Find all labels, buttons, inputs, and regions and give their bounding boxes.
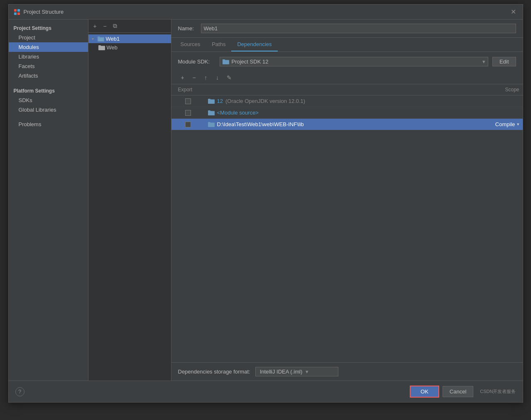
sidebar-item-artifacts[interactable]: Artifacts bbox=[9, 71, 88, 81]
storage-dropdown-arrow: ▾ bbox=[306, 369, 308, 375]
project-structure-dialog: Project Structure ✕ Project Settings Pro… bbox=[8, 4, 523, 403]
storage-value: IntelliJ IDEA (.iml) bbox=[260, 369, 303, 375]
sdk-row: Module SDK: Project SDK 12 ▾ Edit bbox=[171, 57, 523, 71]
sidebar-item-problems[interactable]: Problems bbox=[9, 120, 88, 129]
title-bar: Project Structure ✕ bbox=[9, 5, 523, 20]
dep-checkbox-module-source[interactable] bbox=[185, 110, 191, 116]
folder-icon-lib bbox=[208, 122, 215, 127]
sdk-dropdown-arrow: ▾ bbox=[482, 59, 485, 65]
dep-row-lib[interactable]: D:\Idea\Test\Web1\web\WEB-INF\lib Compil… bbox=[171, 119, 523, 130]
sidebar-item-libraries[interactable]: Libraries bbox=[9, 52, 88, 61]
tab-sources[interactable]: Sources bbox=[175, 38, 206, 51]
cancel-button[interactable]: Cancel bbox=[443, 386, 473, 397]
nav-add-button[interactable]: + bbox=[91, 22, 99, 30]
name-row: Name: bbox=[171, 20, 523, 38]
dep-header-scope: Scope bbox=[481, 86, 523, 93]
tree-item-web[interactable]: Web bbox=[88, 43, 171, 52]
dep-check-jdk bbox=[171, 98, 205, 104]
nav-panel: + − ⧉ ▾ Web1 Web bbox=[88, 20, 171, 381]
dep-name-module-source: <Module source> bbox=[205, 110, 481, 116]
dep-scope-lib: Compile ▾ bbox=[481, 121, 523, 127]
dialog-title: Project Structure bbox=[24, 9, 64, 15]
nav-remove-button[interactable]: − bbox=[101, 22, 109, 30]
right-panel: Name: Sources Paths Dependencies Mo bbox=[171, 20, 523, 381]
footer-left: ? bbox=[15, 387, 407, 396]
edit-sdk-button[interactable]: Edit bbox=[492, 57, 516, 66]
dep-check-lib bbox=[171, 122, 205, 127]
name-input[interactable] bbox=[201, 24, 516, 33]
project-settings-title: Project Settings bbox=[9, 23, 88, 33]
sidebar: Project Settings Project Modules Librari… bbox=[9, 20, 88, 381]
sidebar-item-project[interactable]: Project bbox=[9, 33, 88, 42]
sdk-select[interactable]: Project SDK 12 ▾ bbox=[220, 57, 489, 66]
dep-name-jdk: 12 (Oracle OpenJDK version 12.0.1) bbox=[205, 98, 481, 104]
main-content: Project Settings Project Modules Librari… bbox=[9, 20, 523, 381]
dep-up-button[interactable]: ↑ bbox=[201, 73, 210, 82]
tab-paths[interactable]: Paths bbox=[206, 38, 231, 51]
storage-label: Dependencies storage format: bbox=[178, 369, 250, 375]
dep-edit-button[interactable]: ✎ bbox=[225, 73, 234, 82]
folder-icon-module-source bbox=[208, 110, 215, 115]
sidebar-item-modules[interactable]: Modules bbox=[9, 42, 88, 52]
sdk-value: Project SDK 12 bbox=[232, 59, 269, 65]
tab-dependencies[interactable]: Dependencies bbox=[231, 38, 277, 51]
tree-arrow-web1: ▾ bbox=[92, 37, 96, 41]
dep-row-jdk[interactable]: 12 (Oracle OpenJDK version 12.0.1) bbox=[171, 95, 523, 107]
nav-tree: ▾ Web1 Web bbox=[88, 33, 171, 381]
watermark-text: CSDN开发者服务 bbox=[480, 388, 516, 395]
sidebar-divider-2 bbox=[9, 115, 88, 120]
app-icon bbox=[14, 9, 20, 15]
dep-checkbox-lib[interactable] bbox=[185, 122, 191, 127]
dep-remove-button[interactable]: − bbox=[190, 73, 199, 82]
dep-checkbox-jdk[interactable] bbox=[185, 98, 191, 104]
dep-scope-value: Compile bbox=[495, 121, 515, 127]
tree-label-web: Web bbox=[107, 44, 118, 51]
dep-add-button[interactable]: + bbox=[178, 73, 187, 82]
folder-icon-jdk bbox=[208, 98, 215, 104]
dep-jdk-desc: (Oracle OpenJDK version 12.0.1) bbox=[225, 98, 305, 104]
folder-icon-web bbox=[98, 45, 105, 50]
dep-name-lib: D:\Idea\Test\Web1\web\WEB-INF\lib bbox=[205, 121, 481, 127]
title-bar-left: Project Structure bbox=[14, 9, 64, 15]
svg-rect-1 bbox=[17, 9, 20, 12]
sidebar-item-sdks[interactable]: SDKs bbox=[9, 95, 88, 105]
storage-row: Dependencies storage format: IntelliJ ID… bbox=[171, 362, 523, 381]
dep-jdk-num: 12 bbox=[217, 98, 223, 104]
close-button[interactable]: ✕ bbox=[509, 8, 518, 16]
dep-down-button[interactable]: ↓ bbox=[213, 73, 222, 82]
footer: ? OK Cancel CSDN开发者服务 bbox=[9, 381, 523, 402]
sidebar-item-global-libraries[interactable]: Global Libraries bbox=[9, 105, 88, 115]
svg-rect-0 bbox=[14, 9, 17, 12]
dep-row-module-source[interactable]: <Module source> bbox=[171, 107, 523, 119]
ok-button[interactable]: OK bbox=[410, 386, 439, 398]
folder-icon-web1 bbox=[98, 36, 104, 42]
dep-table: Export Scope 12 bbox=[171, 84, 523, 362]
dep-header-export: Export bbox=[171, 86, 205, 93]
storage-select[interactable]: IntelliJ IDEA (.iml) ▾ bbox=[255, 367, 338, 376]
help-button[interactable]: ? bbox=[15, 387, 24, 396]
tabs: Sources Paths Dependencies bbox=[171, 38, 523, 52]
sidebar-item-facets[interactable]: Facets bbox=[9, 61, 88, 71]
dep-module-source-name: <Module source> bbox=[217, 110, 259, 116]
platform-settings-title: Platform Settings bbox=[9, 85, 88, 95]
nav-copy-button[interactable]: ⧉ bbox=[111, 22, 119, 30]
dependencies-panel: Module SDK: Project SDK 12 ▾ Edit bbox=[171, 52, 523, 381]
dep-scope-dropdown-arrow[interactable]: ▾ bbox=[517, 122, 519, 127]
name-label: Name: bbox=[178, 25, 197, 32]
sidebar-divider bbox=[9, 81, 88, 85]
dep-toolbar: + − ↑ ↓ ✎ bbox=[171, 71, 523, 84]
tree-label-web1: Web1 bbox=[106, 36, 120, 42]
svg-rect-2 bbox=[14, 12, 17, 15]
sdk-folder-icon bbox=[223, 59, 229, 64]
dep-table-header: Export Scope bbox=[171, 84, 523, 95]
tree-item-web1[interactable]: ▾ Web1 bbox=[88, 34, 171, 43]
dep-lib-name: D:\Idea\Test\Web1\web\WEB-INF\lib bbox=[217, 121, 304, 127]
nav-toolbar: + − ⧉ bbox=[88, 20, 171, 33]
dep-header-name bbox=[205, 86, 481, 93]
sdk-label: Module SDK: bbox=[178, 59, 215, 65]
svg-rect-3 bbox=[17, 12, 20, 15]
dep-check-module-source bbox=[171, 110, 205, 116]
